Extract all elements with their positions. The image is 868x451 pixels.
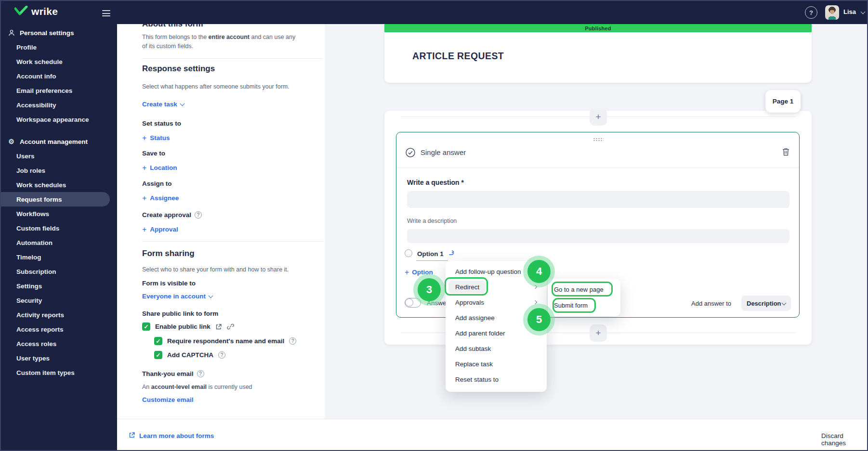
add-captcha-checkbox[interactable]: ✓	[154, 351, 162, 359]
menu-item-label: Add assignee	[455, 314, 495, 322]
hamburger-menu-icon[interactable]	[102, 10, 110, 18]
add-captcha-label: Add CAPTCHA	[167, 351, 213, 359]
sidebar-item-access-reports[interactable]: Access reports	[1, 322, 117, 336]
enable-public-link-checkbox[interactable]: ✓	[142, 322, 150, 331]
sidebar-item-label: Access reports	[16, 326, 64, 333]
menu-item-label: Redirect	[448, 281, 486, 294]
about-body-pre: This form belongs to the	[142, 34, 209, 40]
add-captcha-row: ✓ Add CAPTCHA ?	[154, 351, 225, 359]
wrike-logo[interactable]: wrike	[14, 6, 58, 17]
branching-icon[interactable]	[448, 249, 455, 258]
add-approval-button[interactable]: + Approval	[142, 226, 178, 233]
thank-you-post: is currently used	[207, 384, 252, 390]
menu-item-reset-status-to[interactable]: Reset status to	[446, 372, 547, 387]
sidebar-item-custom-item-types[interactable]: Custom item types	[1, 365, 117, 380]
customize-email-link[interactable]: Customize email	[142, 396, 194, 403]
help-circle-icon[interactable]: ?	[289, 337, 296, 345]
menu-item-redirect[interactable]: Redirect	[446, 279, 547, 295]
sidebar-item-settings[interactable]: Settings	[1, 279, 117, 293]
form-settings-panel: About this form This form belongs to the…	[117, 24, 325, 419]
submenu-item-label: Go to a new page	[554, 286, 604, 293]
menu-item-add-subtask[interactable]: Add subtask	[446, 341, 547, 356]
sidebar-item-label: Activity reports	[16, 311, 64, 319]
add-option-label: Option	[412, 269, 433, 276]
sidebar-item-access-roles[interactable]: Access roles	[1, 336, 117, 351]
sidebar-item-accessibility[interactable]: Accessibility	[1, 98, 117, 112]
plus-icon: +	[142, 135, 146, 141]
form-header-card: Published ARTICLE REQUEST	[384, 24, 812, 83]
thank-you-email-label: Thank-you email ?	[142, 370, 204, 377]
chevron-right-icon	[533, 285, 537, 289]
submenu-item-go-to-new-page[interactable]: Go to a new page	[548, 282, 620, 297]
user-name[interactable]: Lisa	[843, 8, 856, 15]
add-question-above-button[interactable]: +	[590, 108, 607, 126]
help-circle-icon[interactable]: ?	[195, 211, 202, 219]
require-name-checkbox[interactable]: ✓	[154, 337, 162, 345]
divider	[142, 58, 323, 59]
answer-target-dropdown[interactable]: Description	[741, 296, 791, 311]
sidebar-item-label: Timelog	[16, 254, 41, 261]
published-label: Published	[585, 26, 611, 31]
sidebar-item-request-forms[interactable]: Request forms	[1, 192, 110, 206]
chevron-down-icon[interactable]	[861, 10, 866, 14]
footer-action-bar: Learn more about forms Discard changes S…	[117, 419, 868, 451]
help-circle-icon[interactable]: ?	[218, 351, 225, 359]
sidebar-item-timelog[interactable]: Timelog	[1, 250, 117, 264]
description-label: Write a description	[407, 218, 457, 224]
sidebar-item-work-schedule[interactable]: Work schedule	[1, 54, 117, 69]
discard-changes-button[interactable]: Discard changes	[821, 432, 868, 447]
sidebar-item-workflows[interactable]: Workflows	[1, 206, 117, 221]
sidebar-item-email-preferences[interactable]: Email preferences	[1, 83, 117, 98]
menu-item-replace-task[interactable]: Replace task	[446, 356, 547, 372]
form-title[interactable]: ARTICLE REQUEST	[412, 51, 504, 62]
add-assignee-button[interactable]: + Assignee	[142, 194, 179, 202]
sidebar-item-account-info[interactable]: Account info	[1, 69, 117, 83]
sidebar-item-activity-reports[interactable]: Activity reports	[1, 308, 117, 322]
option-label[interactable]: Option 1	[417, 250, 444, 258]
sidebar-item-automation[interactable]: Automation	[1, 235, 117, 250]
add-option-button[interactable]: + Option	[405, 269, 433, 276]
help-circle-icon[interactable]: ?	[197, 370, 204, 377]
menu-item-label: Reset status to	[455, 376, 499, 383]
sidebar-item-user-types[interactable]: User types	[1, 351, 117, 365]
chevron-down-icon	[180, 102, 184, 106]
question-text-input[interactable]	[407, 191, 789, 208]
sidebar-item-subscription[interactable]: Subscription	[1, 264, 117, 279]
sidebar-item-profile[interactable]: Profile	[1, 40, 117, 54]
option-radio[interactable]	[405, 249, 412, 257]
learn-more-link[interactable]: Learn more about forms	[129, 432, 214, 440]
sidebar-item-work-schedules[interactable]: Work schedules	[1, 178, 117, 192]
trash-icon[interactable]	[782, 148, 789, 158]
submenu-item-submit-form[interactable]: Submit form	[548, 297, 620, 313]
menu-item-label: Approvals	[455, 299, 484, 306]
menu-item-approvals[interactable]: Approvals	[446, 295, 547, 310]
settings-sidebar: Personal settings Profile Work schedule …	[1, 24, 117, 451]
external-link-icon[interactable]	[215, 323, 222, 330]
drag-handle-icon[interactable]	[593, 138, 604, 141]
person-icon	[7, 29, 15, 36]
published-status-bar: Published	[384, 24, 812, 32]
page-badge[interactable]: Page 1	[765, 90, 801, 113]
create-task-dropdown[interactable]: Create task	[142, 101, 184, 108]
divider	[142, 241, 323, 242]
help-icon[interactable]: ?	[805, 6, 817, 19]
add-status-button[interactable]: + Status	[142, 134, 170, 142]
sidebar-item-label: Workspace appearance	[16, 116, 89, 123]
sidebar-section-label: Account management	[20, 138, 88, 145]
sidebar-section-account-management[interactable]: ⚙ Account management	[1, 134, 117, 149]
sidebar-section-personal-settings[interactable]: Personal settings	[1, 26, 117, 40]
form-visibility-dropdown[interactable]: Everyone in account	[142, 293, 212, 300]
sidebar-item-job-roles[interactable]: Job roles	[1, 163, 117, 178]
add-question-below-button[interactable]: +	[590, 324, 607, 342]
sidebar-item-label: Work schedules	[16, 181, 66, 189]
answers-toggle[interactable]	[405, 298, 421, 308]
sidebar-item-workspace-appearance[interactable]: Workspace appearance	[1, 112, 117, 127]
link-icon[interactable]	[227, 323, 234, 330]
avatar[interactable]	[825, 5, 839, 20]
sidebar-item-label: User types	[16, 355, 50, 362]
add-location-button[interactable]: + Location	[142, 164, 177, 171]
description-input[interactable]	[407, 229, 789, 243]
sidebar-item-security[interactable]: Security	[1, 293, 117, 308]
sidebar-item-users[interactable]: Users	[1, 149, 117, 163]
sidebar-item-custom-fields[interactable]: Custom fields	[1, 221, 117, 235]
